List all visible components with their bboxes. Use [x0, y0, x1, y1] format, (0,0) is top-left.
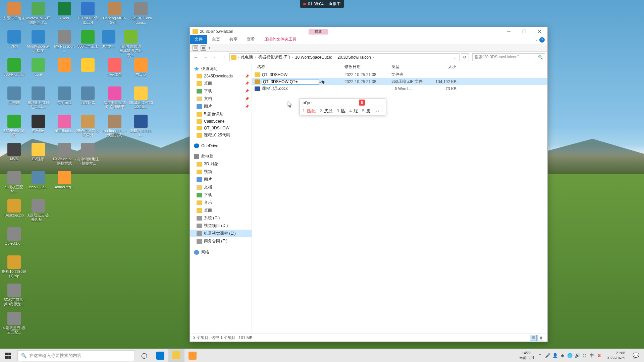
desktop-icon[interactable]: 此电脑: [2, 86, 26, 105]
tab-home[interactable]: 主页: [207, 35, 225, 44]
tray-app2-icon[interactable]: ⬡: [582, 353, 588, 359]
desktop-icon[interactable]: 3.选取点云-点云匹配...: [26, 199, 50, 222]
nav-forward-button[interactable]: →: [201, 53, 209, 61]
close-button[interactable]: ✕: [532, 27, 547, 36]
tray-network-icon[interactable]: 🌐: [567, 353, 573, 359]
nav-item[interactable]: 桌面📌: [190, 79, 252, 87]
file-row[interactable]: QT_3DSHOW 2022-10-25 21:08 文件夹: [252, 71, 547, 78]
nav-item[interactable]: 文档: [190, 183, 252, 191]
tab-view[interactable]: 查看: [242, 35, 260, 44]
desktop-icon[interactable]: 模块图5-引脚注 2.14...: [26, 86, 50, 109]
nav-item[interactable]: 图片: [190, 176, 252, 183]
nav-item[interactable]: 图片📌: [190, 103, 252, 110]
ime-candidate[interactable]: 4.屁: [350, 108, 358, 114]
file-list[interactable]: QT_3DSHOW 2022-10-25 21:08 文件夹 .zip 2022…: [252, 71, 547, 334]
ribbon-expand-icon[interactable]: ⌄: [535, 38, 538, 42]
nav-item[interactable]: 视觉项目 (D:): [190, 222, 252, 230]
tray-up-icon[interactable]: ⌃: [537, 353, 543, 359]
nav-item[interactable]: 机器视觉课程 (E:): [190, 230, 252, 237]
desktop-icon[interactable]: 5.模板匹配的...: [2, 171, 26, 194]
navigation-pane[interactable]: 快速访问2345Downloads📌桌面📌下载📌文档📌图片📌5.颜色识别Cali…: [190, 63, 252, 334]
desktop-icon[interactable]: 控制面板: [52, 86, 76, 105]
taskbar-app-explorer[interactable]: [168, 349, 184, 362]
desktop-icon[interactable]: Daheng MER-Seri...: [103, 2, 127, 25]
desktop-icon[interactable]: 百度网盘: [76, 86, 100, 105]
nav-item[interactable]: 网络: [190, 248, 252, 256]
tray-zoom-indicator[interactable]: 145% 当前占用: [517, 351, 536, 360]
desktop-icon[interactable]: LXVisionIp... -快捷方式: [52, 143, 76, 166]
file-row[interactable]: 课程记录.docx ...ft Word ... 73 KB: [252, 85, 547, 92]
nav-item[interactable]: 课程10.25代码: [190, 131, 252, 139]
nav-item[interactable]: 音乐: [190, 199, 252, 206]
address-dropdown-icon[interactable]: ⌄: [452, 55, 458, 60]
nav-item[interactable]: QT_3DSHOW: [190, 125, 252, 131]
ime-more-icon[interactable]: ⌄: [380, 109, 383, 113]
desktop-icon[interactable]: 25哈尔滨客 方式向外: [76, 115, 100, 137]
filename-rename-input[interactable]: [262, 79, 319, 84]
qat-dropdown-icon[interactable]: ▾: [209, 46, 210, 50]
nav-up-button[interactable]: ↑: [220, 53, 228, 61]
desktop-icon[interactable]: 安徽订单管家: [2, 2, 26, 20]
nav-item[interactable]: 下载: [190, 191, 252, 199]
desktop-icon[interactable]: 课程10.23代码(1).zip: [2, 255, 26, 278]
desktop-icon[interactable]: [76, 58, 100, 72]
desktop-icon[interactable]: EV录屏: [26, 115, 50, 133]
ime-candidate[interactable]: 5.皮: [362, 108, 371, 114]
breadcrumb-segment[interactable]: 20.3DShowHalcon: [336, 55, 372, 60]
ime-candidate[interactable]: 2.皮胚: [320, 108, 333, 114]
nav-item[interactable]: 5.颜色识别: [190, 110, 252, 118]
desktop-icon[interactable]: (德国 超级调日具箱 学习) - 快...: [119, 30, 143, 58]
desktop-icon[interactable]: MVS: [2, 143, 26, 161]
taskbar-app-edge[interactable]: [152, 349, 168, 362]
desktop-icon[interactable]: 36.桌面文件2022.10...: [129, 86, 153, 109]
taskbar-search[interactable]: 🔍 在这里输入你要搜索的内容: [17, 350, 135, 361]
desktop-icon[interactable]: 向日葵: [129, 58, 153, 77]
desktop-icon[interactable]: Object1.o...: [2, 227, 26, 246]
desktop-icon[interactable]: 小蓝蛋蛋: [103, 58, 127, 77]
tray-app-icon[interactable]: ◆: [559, 353, 566, 359]
desktop-icon[interactable]: 4.选取点云-点云匹配...: [2, 312, 26, 335]
minimize-button[interactable]: ─: [501, 27, 517, 36]
tray-volume-icon[interactable]: 🔊: [574, 353, 580, 359]
desktop-icon[interactable]: GigE IP Configura...: [129, 2, 153, 25]
breadcrumb-segment[interactable]: 机器视觉课程 (E:): [257, 54, 291, 60]
nav-item[interactable]: 商务合同 (F:): [190, 237, 252, 245]
action-center-button[interactable]: 💬: [629, 349, 643, 362]
qat-new-folder-icon[interactable]: ▦: [201, 45, 206, 51]
help-icon[interactable]: ?: [539, 37, 545, 43]
nav-item[interactable]: 系统 (C:): [190, 214, 252, 222]
ime-prev-icon[interactable]: ‹: [376, 109, 377, 113]
column-type[interactable]: 类型: [389, 64, 429, 70]
desktop-icon[interactable]: 新建 Microsof...: [129, 115, 153, 137]
desktop-icon[interactable]: TCP&UDP测试工具: [76, 2, 100, 25]
view-details-button[interactable]: ☰: [530, 335, 537, 341]
search-icon[interactable]: 🔍: [538, 55, 543, 60]
qat-properties-icon[interactable]: ☑: [193, 45, 198, 51]
nav-item[interactable]: OneDrive: [190, 142, 252, 149]
desktop-icon[interactable]: My Passport ...: [52, 30, 76, 53]
desktop-icon[interactable]: AffineReg...: [52, 171, 76, 189]
desktop-icon[interactable]: 3D标定算法-第8次标定...: [2, 284, 26, 306]
breadcrumb-segment[interactable]: 此电脑: [239, 54, 254, 60]
tray-sogou-icon[interactable]: S: [596, 353, 602, 359]
view-large-icons-button[interactable]: ▦: [537, 335, 544, 341]
desktop-icon[interactable]: bilibiliuplo...: [52, 115, 76, 133]
desktop-icon[interactable]: 深度书院投稿剪 直播助手: [103, 86, 127, 109]
desktop-icon[interactable]: Desktop.zip: [2, 199, 26, 218]
desktop-icon[interactable]: q5.9: [26, 58, 50, 77]
desktop-icon[interactable]: xiaoU_3d...: [26, 171, 50, 189]
nav-item[interactable]: 文档📌: [190, 95, 252, 103]
nav-recent-dropdown[interactable]: ▾: [211, 53, 219, 61]
column-date[interactable]: 修改日期: [342, 64, 389, 70]
desktop-icon[interactable]: 360驱动大师: [2, 58, 26, 77]
tab-file[interactable]: 文件: [190, 35, 207, 44]
column-name[interactable]: 名称: [255, 64, 342, 70]
nav-item[interactable]: 2345Downloads📌: [190, 73, 252, 79]
start-button[interactable]: [0, 349, 16, 362]
tab-share[interactable]: 共享: [225, 35, 242, 44]
file-row[interactable]: .zip 2022-10-25 21:08 360压缩 ZIP 文件 104,1…: [252, 78, 547, 85]
tray-clock[interactable]: 21:08 2022-10-25: [604, 351, 628, 360]
nav-item[interactable]: CalibScene: [190, 118, 252, 125]
search-box[interactable]: 搜索"20.3DShowHalcon" 🔍: [472, 53, 545, 61]
desktop-icon[interactable]: [52, 58, 76, 72]
